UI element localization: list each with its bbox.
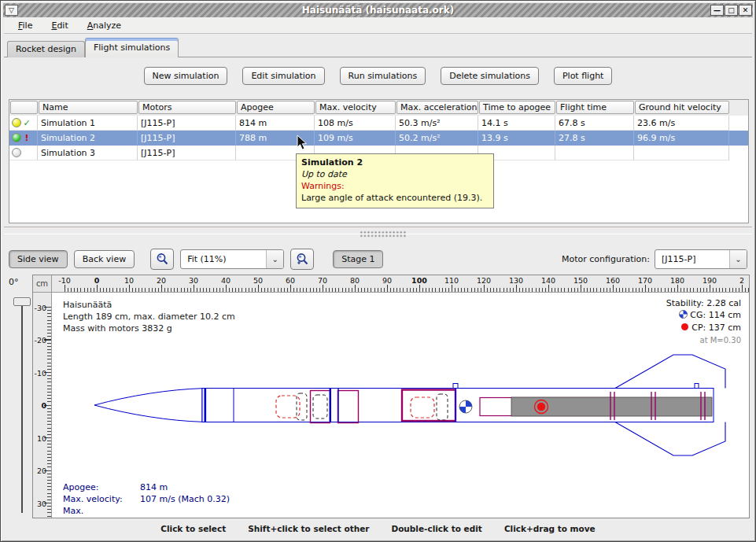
cell-max_acceleration: 50.3 m/s²: [396, 116, 478, 131]
new-simulation-button[interactable]: New simulation: [144, 67, 228, 85]
column-header-flight-time[interactable]: Flight time: [556, 101, 634, 114]
cell-ground_hit_velocity: 96.9 m/s: [634, 131, 729, 146]
rocket-name: Haisunäätä: [63, 299, 235, 311]
system-menu-icon[interactable]: ▽: [5, 5, 18, 16]
motor-configuration-value: [J115-P]: [655, 254, 729, 264]
status-cell: !: [9, 131, 38, 146]
h-ruler-label: 0: [94, 276, 100, 285]
h-ruler-label: 140: [541, 276, 555, 285]
menu-bar: FileEditAnalyze: [4, 17, 752, 34]
hint-double-click-to-edit: Double-click to edit: [391, 524, 481, 533]
h-ruler-label: -10: [58, 276, 71, 285]
status-cell: [9, 146, 38, 160]
table-row-simulation-1[interactable]: ✓Simulation 1[J115-P]814 m108 m/s50.3 m/…: [9, 116, 748, 131]
h-ruler-label: 110: [444, 276, 459, 285]
table-row-simulation-2[interactable]: !Simulation 2[J115-P]788 m109 m/s50.2 m/…: [9, 131, 748, 146]
zoom-in-button[interactable]: [290, 249, 314, 270]
menu-analyze[interactable]: Analyze: [79, 19, 129, 32]
rotation-slider-track[interactable]: [21, 304, 23, 513]
title-bar[interactable]: ▽ Haisunäätä (haisunaata.ork) — □ ✕: [3, 3, 753, 17]
tooltip-status: Up to date: [301, 168, 489, 180]
tooltip-title: Simulation 2: [301, 157, 489, 168]
v-ruler-label: 0: [41, 401, 46, 410]
run-simulations-button[interactable]: Run simulations: [340, 67, 426, 85]
hint-shift-click-to-select-other: Shift+click to select other: [248, 524, 369, 533]
flight-info: Apogee:814 mMax. velocity:107 m/s (Mach …: [63, 481, 230, 518]
chevron-down-icon: ⌄: [729, 250, 747, 268]
flight-info-row-max-velocity: Max. velocity:107 m/s (Mach 0.32): [63, 493, 230, 505]
tab-bar: Rocket design Flight simulations: [7, 38, 179, 57]
column-header-max-velocity[interactable]: Max. velocity: [315, 101, 396, 114]
splitter-grip-icon[interactable]: [360, 230, 407, 238]
stability-value: Stability: 2.28 cal: [666, 297, 741, 309]
mouse-cursor: [297, 135, 308, 151]
splitter[interactable]: [4, 227, 752, 234]
zoom-out-button[interactable]: [150, 249, 174, 270]
cell-max_velocity: 108 m/s: [315, 116, 396, 131]
rocket-view-panel: cm -100102030405060708090100110120130140…: [32, 275, 750, 518]
close-button[interactable]: ✕: [739, 5, 752, 16]
cell-name: Simulation 2: [38, 131, 138, 146]
column-header-motors[interactable]: Motors: [138, 101, 236, 114]
status-check-icon: ✓: [23, 118, 31, 128]
v-ruler-label: -20: [34, 336, 46, 345]
rotation-slider-handle[interactable]: [13, 297, 31, 306]
h-ruler-label: 40: [221, 276, 230, 285]
flight-info-label: Max. acceleration:: [63, 505, 140, 518]
magnifier-icon: [156, 253, 169, 266]
column-header-name[interactable]: Name: [39, 101, 138, 114]
h-ruler-label: 120: [477, 276, 491, 285]
rotation-angle-label: 0°: [9, 277, 19, 287]
h-ruler-label: 60: [286, 276, 295, 285]
status-ball-green-icon: [12, 133, 21, 142]
motor-configuration-select[interactable]: [J115-P] ⌄: [655, 249, 747, 269]
column-header-time-to-apogee[interactable]: Time to apogee: [479, 101, 555, 114]
column-header-max-acceleration[interactable]: Max. acceleration: [396, 101, 478, 114]
stage-1-toggle[interactable]: Stage 1: [333, 250, 383, 268]
ruler-unit-label: cm: [33, 275, 52, 293]
cell-flight_time: 27.8 s: [555, 131, 634, 146]
cell-apogee: 814 m: [236, 116, 315, 131]
edit-simulation-button[interactable]: Edit simulation: [242, 67, 324, 85]
tab-flight-simulations[interactable]: Flight simulations: [85, 38, 179, 57]
simulation-tooltip: Simulation 2 Up to date Warnings: Large …: [296, 153, 494, 208]
side-view-button[interactable]: Side view: [9, 250, 68, 268]
flight-info-row-apogee: Apogee:814 m: [63, 481, 230, 493]
menu-edit[interactable]: Edit: [43, 19, 76, 32]
status-bar: Click to selectShift+click to select oth…: [4, 519, 752, 538]
cp-value: CP: 137 cm: [666, 322, 741, 334]
column-header-status[interactable]: [10, 101, 38, 114]
h-ruler-label: 20: [157, 276, 166, 285]
status-cell: ✓: [9, 116, 38, 131]
delete-simulations-button[interactable]: Delete simulations: [441, 67, 539, 85]
column-header-ground-hit-velocity[interactable]: Ground hit velocity: [635, 101, 729, 114]
tab-rocket-design[interactable]: Rocket design: [7, 41, 85, 57]
tooltip-warnings-label: Warnings:: [301, 180, 489, 192]
rocket-dimensions: Length 189 cm, max. diameter 10.2 cm: [63, 311, 235, 323]
v-ruler-label: 20: [37, 466, 46, 475]
cell-name: Simulation 1: [38, 116, 138, 131]
flight-info-label: Max. velocity:: [63, 493, 140, 505]
column-header-apogee[interactable]: Apogee: [237, 101, 315, 114]
rocket-canvas[interactable]: Haisunäätä Length 189 cm, max. diameter …: [52, 293, 749, 518]
window-title: Haisunäätä (haisunaata.ork): [3, 5, 753, 16]
table-header-row: NameMotorsApogeeMax. velocityMax. accele…: [9, 100, 748, 116]
window-controls: — □ ✕: [710, 5, 752, 16]
h-ruler-label: 170: [638, 276, 652, 285]
cg-value: CG: 114 cm: [666, 309, 741, 322]
cell-ground_hit_velocity: 23.6 m/s: [634, 116, 729, 131]
back-view-button[interactable]: Back view: [74, 250, 135, 268]
h-ruler-label: 80: [350, 276, 360, 285]
minimize-button[interactable]: —: [710, 5, 724, 16]
vertical-ruler: -30-20-100102030: [33, 293, 52, 518]
menu-file[interactable]: File: [10, 19, 40, 32]
plot-flight-button[interactable]: Plot flight: [554, 67, 612, 85]
hint-click-to-select: Click to select: [160, 524, 226, 533]
maximize-button[interactable]: □: [725, 5, 738, 16]
application-window: ▽ Haisunäätä (haisunaata.ork) — □ ✕ File…: [0, 0, 756, 542]
design-info: Haisunäätä Length 189 cm, max. diameter …: [63, 299, 235, 334]
motor-configuration-group: Motor configuration: [J115-P] ⌄: [562, 249, 747, 269]
zoom-level-select[interactable]: Fit (11%) ⌄: [180, 249, 284, 269]
h-ruler-label: 130: [509, 276, 523, 285]
flight-info-value: 107 m/s (Mach 0.32): [140, 494, 230, 504]
